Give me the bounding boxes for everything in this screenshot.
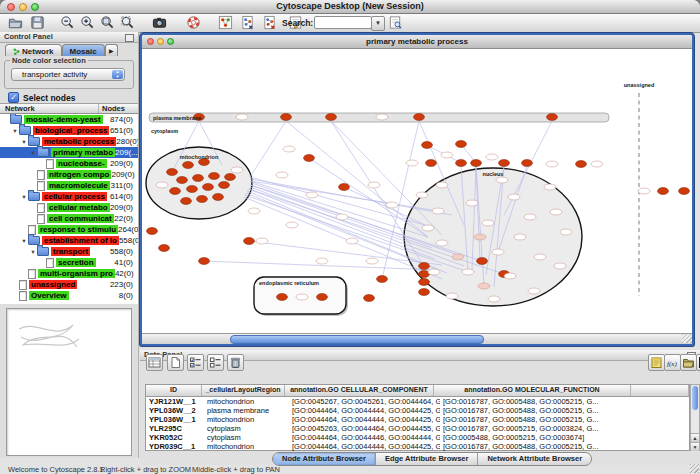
- unselect-attributes-icon[interactable]: [207, 354, 224, 371]
- tab-edge-attribute-browser[interactable]: Edge Attribute Browser: [376, 453, 478, 465]
- network-node-label[interactable]: [441, 152, 453, 158]
- new-attribute-icon[interactable]: [167, 354, 184, 371]
- node-color-select[interactable]: transporter activity ▲▼: [11, 68, 125, 81]
- network-node[interactable]: [187, 186, 198, 193]
- network-node-label[interactable]: [528, 288, 540, 294]
- network-node-label[interactable]: [452, 254, 464, 260]
- network-node-label[interactable]: [524, 214, 536, 220]
- tree-row[interactable]: Overview8(0): [0, 290, 138, 301]
- scroll-down-arrow[interactable]: ▼: [691, 442, 699, 451]
- disclosure-triangle-icon[interactable]: ▼: [20, 139, 28, 145]
- network-node-label[interactable]: [276, 172, 288, 178]
- network-node-label[interactable]: [496, 177, 508, 183]
- network-node-label[interactable]: [554, 263, 566, 269]
- network-node-label[interactable]: [462, 269, 474, 275]
- table-row[interactable]: YPL036W__2plasma membrane[GO:0044464, GO…: [146, 406, 689, 415]
- network-node-label[interactable]: [432, 208, 444, 214]
- save-icon[interactable]: [30, 15, 45, 30]
- network-node[interactable]: [547, 114, 558, 121]
- function-builder-icon[interactable]: f(x): [664, 354, 681, 371]
- network-node[interactable]: [159, 245, 170, 252]
- network-node-label[interactable]: [156, 182, 168, 188]
- matrix-icon[interactable]: [696, 354, 700, 371]
- network-node-label[interactable]: [482, 220, 494, 226]
- table-row[interactable]: YLR295Ccytoplasm[GO:0045263, GO:0044464,…: [146, 424, 689, 433]
- network-node-label[interactable]: [560, 229, 572, 235]
- network-node-label[interactable]: [283, 146, 295, 152]
- view-zoom-button[interactable]: [167, 38, 174, 45]
- network-node-label[interactable]: [591, 161, 603, 167]
- network-node[interactable]: [419, 279, 430, 286]
- disclosure-triangle-icon[interactable]: ▼: [20, 238, 28, 244]
- tree-header-network[interactable]: Network: [0, 104, 99, 113]
- scrollbar-thumb[interactable]: [692, 386, 698, 410]
- tree-row[interactable]: ▼biological_process651(0): [0, 125, 138, 136]
- table-row[interactable]: YKR052Ccytoplasm[GO:0044464, GO:0044446,…: [146, 433, 689, 442]
- network-node-label[interactable]: [316, 258, 328, 264]
- network-node[interactable]: [456, 141, 467, 148]
- network-node-label[interactable]: [546, 161, 558, 167]
- network-node[interactable]: [170, 188, 181, 195]
- network-node-label[interactable]: [346, 238, 358, 244]
- search-dropdown-arrow[interactable]: ▼: [371, 16, 385, 31]
- birdseye-view[interactable]: [6, 308, 132, 456]
- table-row[interactable]: YDR039C__1mitochondrion[GO:0044464, GO:0…: [146, 442, 689, 451]
- network-node[interactable]: [377, 276, 388, 283]
- column-header-id[interactable]: ID: [146, 385, 202, 396]
- network-node-label[interactable]: [492, 249, 504, 255]
- network-node-label[interactable]: [478, 283, 490, 289]
- zoom-selected-icon[interactable]: [100, 15, 115, 30]
- network-node[interactable]: [426, 160, 437, 167]
- network-node[interactable]: [679, 188, 690, 195]
- network-node[interactable]: [167, 169, 178, 176]
- disclosure-triangle-icon[interactable]: ▼: [29, 249, 37, 255]
- select-attributes-icon[interactable]: [187, 354, 204, 371]
- network-node[interactable]: [414, 114, 425, 121]
- network-node[interactable]: [499, 160, 510, 167]
- network-node-label[interactable]: [474, 234, 486, 240]
- network-node-label[interactable]: [514, 234, 526, 240]
- network-node[interactable]: [203, 184, 214, 191]
- network-node-label[interactable]: [376, 114, 388, 120]
- network-node[interactable]: [197, 196, 208, 203]
- snapshot-icon[interactable]: [152, 15, 167, 30]
- window-resize-grip[interactable]: [690, 464, 699, 473]
- network-node-label[interactable]: [336, 214, 348, 220]
- network-node-label[interactable]: [256, 238, 268, 244]
- disclosure-triangle-icon[interactable]: ▼: [20, 194, 28, 200]
- float-panel-icon[interactable]: [125, 34, 134, 42]
- tree-row[interactable]: ▼primary metabo209(...: [0, 147, 138, 158]
- network-node-label[interactable]: [231, 167, 243, 173]
- tree-row[interactable]: multi-organism pro42(0): [0, 268, 138, 279]
- tree-row[interactable]: unassigned223(0): [0, 279, 138, 290]
- create-network-icon[interactable]: [240, 15, 255, 30]
- tree-row[interactable]: response to stimulu264(0): [0, 224, 138, 235]
- network-node-label[interactable]: [368, 182, 380, 188]
- tree-row[interactable]: ▼metabolic process280(0): [0, 136, 138, 147]
- network-node[interactable]: [193, 175, 204, 182]
- network-node[interactable]: [339, 184, 350, 191]
- network-node-label[interactable]: [544, 184, 556, 190]
- network-node-label[interactable]: [534, 254, 546, 260]
- network-node-label[interactable]: [436, 240, 448, 246]
- network-node[interactable]: [244, 238, 255, 245]
- network-node-label[interactable]: [436, 182, 448, 188]
- search-settings-icon[interactable]: [388, 15, 403, 30]
- table-vertical-scrollbar[interactable]: ▲ ▼: [690, 384, 700, 451]
- network-node-label[interactable]: [236, 114, 248, 120]
- tab-mosaic[interactable]: Mosaic: [62, 44, 105, 56]
- tree-row[interactable]: nitrogen compo209(0): [0, 169, 138, 180]
- network-node-label[interactable]: [508, 194, 520, 200]
- tree-row[interactable]: ▼establishment of lo558(0): [0, 235, 138, 246]
- network-node-label[interactable]: [296, 294, 308, 300]
- tree-row[interactable]: secretion41(0): [0, 257, 138, 268]
- scrollbar-thumb[interactable]: [230, 335, 484, 344]
- network-node[interactable]: [277, 294, 288, 301]
- network-node[interactable]: [177, 177, 188, 184]
- network-node[interactable]: [419, 263, 430, 270]
- column-header-cellular-component[interactable]: annotation.GO CELLULAR_COMPONENT: [285, 385, 434, 396]
- network-node[interactable]: [183, 162, 194, 169]
- network-node[interactable]: [225, 174, 236, 181]
- network-node[interactable]: [213, 194, 224, 201]
- network-node[interactable]: [477, 258, 488, 265]
